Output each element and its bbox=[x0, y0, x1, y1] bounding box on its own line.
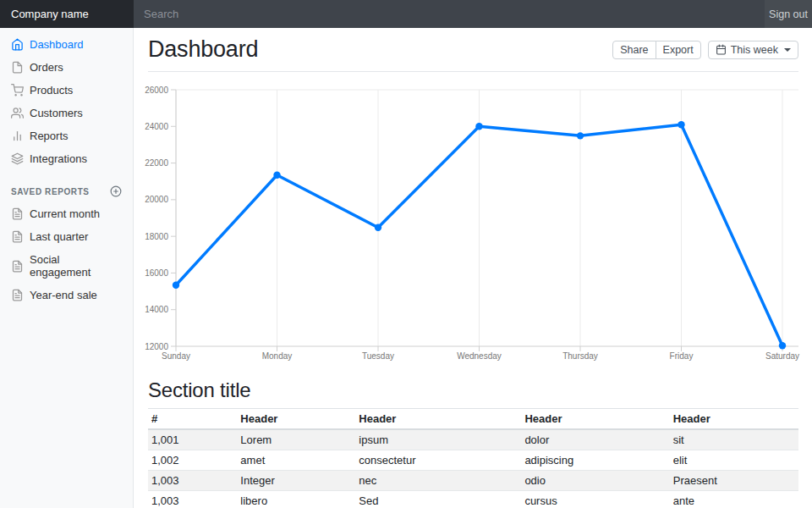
content: DashboardOrdersProductsCustomersReportsI… bbox=[0, 28, 812, 508]
toolbar: Share Export This week bbox=[612, 41, 798, 59]
table-cell: 1,003 bbox=[148, 491, 237, 508]
table-row: 1,003liberoSedcursusante bbox=[148, 491, 798, 508]
table-cell: 1,003 bbox=[148, 471, 237, 491]
bar-chart-icon bbox=[11, 130, 24, 142]
home-icon bbox=[11, 38, 24, 51]
saved-reports-nav: Current monthLast quarterSocial engageme… bbox=[0, 202, 133, 306]
sidebar-item-label: Products bbox=[30, 84, 73, 97]
users-icon bbox=[11, 107, 24, 119]
sidebar-item-reports[interactable]: Reports bbox=[0, 124, 133, 147]
page-header: Dashboard Share Export This week bbox=[148, 36, 798, 72]
sidebar: DashboardOrdersProductsCustomersReportsI… bbox=[0, 28, 134, 508]
svg-text:Saturday: Saturday bbox=[765, 351, 799, 361]
file-text-icon bbox=[11, 289, 24, 301]
table-cell: amet bbox=[237, 450, 355, 471]
layers-icon bbox=[11, 152, 24, 165]
table-cell: ipsum bbox=[355, 429, 521, 450]
svg-text:Tuesday: Tuesday bbox=[362, 351, 394, 361]
sidebar-item-customers[interactable]: Customers bbox=[0, 102, 133, 124]
sidebar-item-dashboard[interactable]: Dashboard bbox=[0, 33, 133, 56]
calendar-icon bbox=[716, 44, 727, 55]
table-header-cell: # bbox=[148, 409, 237, 430]
svg-text:26000: 26000 bbox=[145, 86, 168, 95]
data-table: #HeaderHeaderHeaderHeader 1,001Loremipsu… bbox=[148, 408, 798, 508]
sidebar-item-label: Reports bbox=[30, 130, 69, 142]
svg-text:Wednesday: Wednesday bbox=[457, 351, 502, 361]
sidebar-item-label: Customers bbox=[30, 107, 83, 119]
brand: Company name bbox=[0, 0, 134, 28]
svg-text:22000: 22000 bbox=[145, 158, 168, 168]
week-dropdown-button[interactable]: This week bbox=[708, 41, 798, 59]
table-header-cell: Header bbox=[670, 409, 798, 430]
table-cell: sit bbox=[670, 429, 798, 450]
sidebar-item-label: Dashboard bbox=[30, 38, 84, 51]
main-panel: Dashboard Share Export This week SundayM… bbox=[134, 28, 812, 508]
sidebar-nav: DashboardOrdersProductsCustomersReportsI… bbox=[0, 33, 133, 170]
table-cell: 1,002 bbox=[148, 450, 237, 471]
sidebar-item-label: Integrations bbox=[30, 152, 87, 165]
saved-report-label: Current month bbox=[30, 207, 100, 220]
saved-report-year-end-sale[interactable]: Year-end sale bbox=[0, 284, 133, 306]
table-body: 1,001Loremipsumdolorsit1,002ametconsecte… bbox=[148, 429, 798, 508]
sales-line-chart: SundayMondayTuesdayWednesdayThursdayFrid… bbox=[148, 84, 799, 365]
saved-report-social-engagement[interactable]: Social engagement bbox=[0, 248, 133, 284]
table-row: 1,003IntegernecodioPraesent bbox=[148, 471, 798, 491]
svg-text:16000: 16000 bbox=[145, 268, 168, 278]
svg-text:Thursday: Thursday bbox=[562, 351, 598, 361]
svg-text:18000: 18000 bbox=[145, 232, 168, 241]
table-cell: 1,001 bbox=[148, 429, 237, 450]
saved-report-label: Social engagement bbox=[30, 253, 122, 279]
svg-text:Sunday: Sunday bbox=[162, 351, 190, 361]
add-report-button[interactable] bbox=[110, 185, 122, 197]
table-header-cell: Header bbox=[521, 409, 669, 430]
saved-report-label: Last quarter bbox=[30, 230, 88, 243]
section-title: Section title bbox=[148, 378, 798, 402]
export-button[interactable]: Export bbox=[656, 41, 701, 59]
table-cell: Sed bbox=[355, 491, 521, 508]
chart-container: SundayMondayTuesdayWednesdayThursdayFrid… bbox=[148, 84, 798, 365]
week-dropdown-label: This week bbox=[731, 44, 778, 56]
saved-reports-heading: Saved reports bbox=[0, 180, 133, 202]
file-text-icon bbox=[11, 207, 24, 220]
table-cell: cursus bbox=[521, 491, 669, 508]
file-text-icon bbox=[11, 260, 24, 273]
saved-reports-heading-label: Saved reports bbox=[11, 187, 90, 196]
svg-text:24000: 24000 bbox=[145, 122, 168, 131]
saved-report-current-month[interactable]: Current month bbox=[0, 202, 133, 225]
svg-text:Friday: Friday bbox=[670, 351, 694, 361]
saved-report-label: Year-end sale bbox=[30, 289, 97, 301]
share-button[interactable]: Share bbox=[612, 41, 656, 59]
table-header-cell: Header bbox=[355, 409, 521, 430]
share-export-group: Share Export bbox=[612, 41, 701, 59]
sidebar-item-label: Orders bbox=[30, 61, 63, 74]
caret-down-icon bbox=[784, 48, 791, 52]
table-header-cell: Header bbox=[237, 409, 355, 430]
table-cell: odio bbox=[521, 471, 669, 491]
table-cell: elit bbox=[670, 450, 798, 471]
plus-circle-icon bbox=[110, 185, 122, 197]
table-row: 1,002ametconsecteturadipiscingelit bbox=[148, 450, 798, 471]
file-icon bbox=[11, 61, 24, 74]
table-cell: nec bbox=[355, 471, 521, 491]
svg-text:20000: 20000 bbox=[145, 195, 168, 204]
table-cell: Praesent bbox=[670, 471, 798, 491]
svg-text:14000: 14000 bbox=[145, 305, 168, 314]
table-cell: ante bbox=[670, 491, 798, 508]
search-input[interactable] bbox=[134, 0, 765, 28]
table-cell: Lorem bbox=[237, 429, 355, 450]
sidebar-item-orders[interactable]: Orders bbox=[0, 56, 133, 79]
sign-out-link[interactable]: Sign out bbox=[765, 0, 812, 28]
calendar-icon-slot bbox=[716, 44, 727, 55]
saved-report-last-quarter[interactable]: Last quarter bbox=[0, 225, 133, 248]
shopping-cart-icon bbox=[11, 84, 24, 97]
table-row: 1,001Loremipsumdolorsit bbox=[148, 429, 798, 450]
table-cell: adipiscing bbox=[521, 450, 669, 471]
table-cell: libero bbox=[237, 491, 355, 508]
sidebar-item-products[interactable]: Products bbox=[0, 79, 133, 102]
top-navbar: Company name Sign out bbox=[0, 0, 812, 28]
sidebar-item-integrations[interactable]: Integrations bbox=[0, 147, 133, 170]
page-title: Dashboard bbox=[148, 36, 258, 63]
table-cell: Integer bbox=[237, 471, 355, 491]
file-text-icon bbox=[11, 230, 24, 243]
svg-text:Monday: Monday bbox=[262, 351, 293, 361]
